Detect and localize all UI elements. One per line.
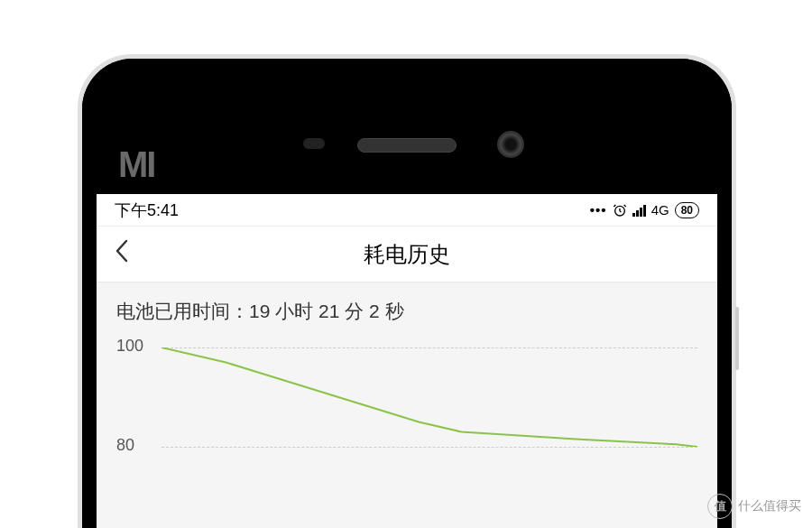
page-title: 耗电历史 bbox=[97, 240, 717, 269]
content-area: 电池已用时间：19 小时 21 分 2 秒 100 80 bbox=[97, 283, 717, 528]
phone-bezel-top: MI bbox=[82, 59, 732, 194]
battery-chart: 100 80 bbox=[116, 340, 697, 467]
watermark: 值 什么值得买 bbox=[707, 494, 801, 519]
battery-usage-label: 电池已用时间：19 小时 21 分 2 秒 bbox=[116, 299, 697, 324]
status-right: ••• 4G 80 bbox=[590, 202, 699, 218]
nav-bar: 耗电历史 bbox=[97, 227, 717, 283]
watermark-icon: 值 bbox=[707, 494, 733, 519]
power-button bbox=[735, 307, 739, 370]
network-label: 4G bbox=[651, 202, 669, 218]
screen: 下午5:41 ••• 4G 80 bbox=[97, 194, 717, 528]
grid-line bbox=[161, 447, 697, 448]
chart-line bbox=[161, 347, 697, 447]
more-icon: ••• bbox=[590, 202, 607, 218]
battery-indicator: 80 bbox=[675, 202, 699, 218]
status-bar: 下午5:41 ••• 4G 80 bbox=[97, 194, 717, 227]
mi-logo: MI bbox=[118, 144, 154, 185]
front-camera bbox=[497, 131, 524, 158]
watermark-text: 什么值得买 bbox=[738, 498, 801, 514]
y-tick-100: 100 bbox=[116, 337, 143, 356]
back-button[interactable] bbox=[115, 238, 129, 270]
status-time: 下午5:41 bbox=[115, 199, 179, 221]
earpiece-speaker bbox=[357, 138, 457, 153]
phone-body: MI 下午5:41 ••• 4G 80 bbox=[82, 59, 732, 528]
phone-frame: MI 下午5:41 ••• 4G 80 bbox=[78, 54, 736, 528]
alarm-icon bbox=[613, 203, 627, 218]
proximity-sensor bbox=[303, 138, 325, 149]
y-tick-80: 80 bbox=[116, 436, 134, 455]
signal-icon bbox=[632, 204, 646, 217]
